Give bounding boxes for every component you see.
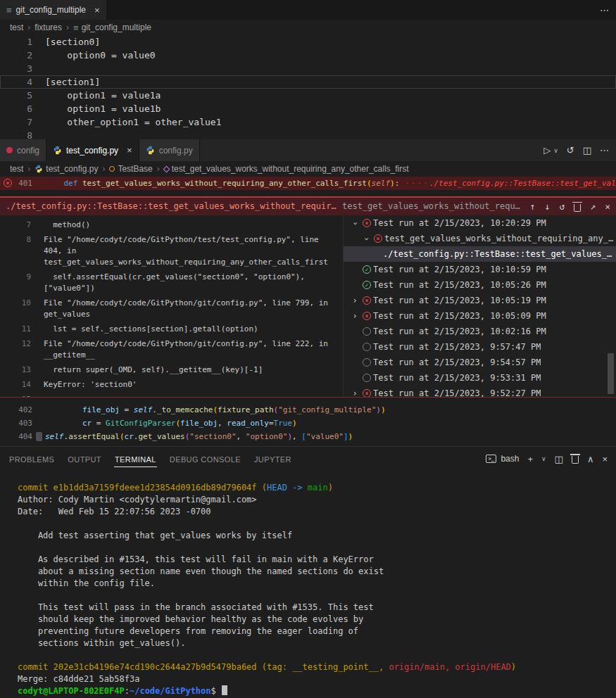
more-actions-icon[interactable]: ⋯ — [600, 145, 609, 156]
tab-terminal[interactable]: TERMINAL — [114, 451, 157, 467]
code-line[interactable]: 8 — [0, 129, 616, 139]
close-panel-icon[interactable]: × — [602, 454, 608, 464]
line-number: 13 — [0, 364, 31, 376]
rerun-test-icon[interactable]: ↺ — [560, 200, 565, 213]
test-run-row[interactable]: ✓Test run at 2/15/2023, 10:05:26 PM — [344, 277, 616, 293]
more-actions-icon[interactable]: ⋯ — [600, 5, 609, 15]
test-run-row[interactable]: Test run at 2/15/2023, 9:57:47 PM — [344, 339, 616, 355]
test-run-row[interactable]: ✓Test run at 2/15/2023, 10:10:59 PM — [344, 262, 616, 277]
line-number: 404 — [0, 430, 32, 443]
traceback-line[interactable]: 8File "/home/codyt/code/GitPython/test/t… — [0, 234, 343, 268]
code-line[interactable]: 402 file_obj = self._to_memcache(fixture… — [0, 403, 616, 417]
test-run-row[interactable]: ›×Test run at 2/15/2023, 10:05:09 PM — [344, 308, 616, 324]
open-in-editor-icon[interactable]: ↗ — [590, 200, 596, 213]
split-editor-icon[interactable]: ◫ — [583, 145, 591, 156]
traceback-line[interactable]: 15 — [0, 394, 343, 397]
tab-output[interactable]: OUTPUT — [67, 451, 102, 467]
code-line[interactable]: 403 cr = GitConfigParser(file_obj, read_… — [0, 417, 616, 430]
traceback-line[interactable]: 9 self.assertEqual(cr.get_values("sectio… — [0, 272, 343, 294]
tab-config[interactable]: config — [0, 139, 46, 161]
run-python-file-icon[interactable]: ▷ — [543, 145, 551, 156]
line-number: 5 — [0, 89, 32, 102]
tab-config-py[interactable]: config.py — [139, 139, 200, 161]
new-terminal-icon[interactable]: + — [527, 454, 533, 464]
breadcrumb-item[interactable]: test_config.py — [34, 164, 98, 174]
terminal-line: Add test asserting that get_values works… — [18, 530, 609, 542]
editor-lines: 402 file_obj = self._to_memcache(fixture… — [0, 403, 616, 443]
chevron-down-icon[interactable]: › — [348, 217, 362, 229]
terminal-line: Merge: c84dde21 5ab58f3a — [18, 673, 609, 685]
next-result-icon[interactable]: ↓ — [545, 200, 551, 213]
traceback-pane[interactable]: 7 method()8File "/home/codyt/code/GitPyt… — [0, 215, 343, 397]
line-number: 1 — [0, 35, 32, 49]
run-dropdown-icon[interactable]: ∨ — [553, 147, 558, 154]
close-icon[interactable]: × — [94, 5, 100, 15]
tab-jupyter[interactable]: JUPYTER — [253, 451, 292, 467]
test-run-label: test_get_values_works_without_requiring_… — [384, 232, 616, 246]
test-unset-icon — [360, 343, 373, 351]
code-line[interactable]: 2 option0 = value0 — [0, 49, 616, 62]
breadcrumb-item[interactable]: ≡ git_config_multiple — [73, 23, 151, 32]
code-line[interactable]: 1[section0] — [0, 35, 616, 49]
breadcrumb-bottom: test › test_config.py › TestBase › test_… — [0, 161, 616, 177]
kill-terminal-icon[interactable] — [572, 456, 579, 464]
traceback-line[interactable]: 10File "/home/codyt/code/GitPython/git/c… — [0, 298, 343, 320]
code-line[interactable]: 4[section1] — [0, 75, 616, 89]
code-text: def test_get_values_works_without_requir… — [32, 177, 399, 190]
traceback-line[interactable]: 11 lst = self._sections[section].getall(… — [0, 324, 343, 335]
test-pass-icon: ✓ — [360, 281, 373, 289]
test-fail-circle: × — [363, 296, 371, 305]
tab-git-config-multiple[interactable]: ≡ git_config_multiple × — [0, 0, 107, 20]
close-peek-icon[interactable]: × — [605, 200, 610, 213]
chevron-right-icon[interactable]: › — [349, 310, 360, 323]
test-run-row[interactable]: Test run at 2/15/2023, 10:02:16 PM — [344, 324, 616, 339]
history-icon[interactable]: ↺ — [567, 145, 574, 156]
terminal-cursor — [222, 685, 227, 695]
chevron-right-icon[interactable]: › — [349, 294, 360, 307]
test-run-row[interactable]: ›×Test run at 2/15/2023, 10:20:29 PM — [344, 215, 616, 231]
close-icon[interactable]: × — [127, 145, 132, 156]
previous-result-icon[interactable]: ↑ — [530, 200, 536, 213]
tab-debug-console[interactable]: DEBUG CONSOLE — [169, 451, 241, 467]
gutter-marker[interactable] — [32, 430, 45, 443]
maximize-panel-icon[interactable]: ∧ — [587, 454, 594, 464]
code-line[interactable]: 3 — [0, 62, 616, 75]
breadcrumb-item[interactable]: test — [10, 23, 23, 32]
test-run-row[interactable]: ›×Test run at 2/15/2023, 10:05:19 PM — [344, 293, 616, 308]
line-number: 7 — [0, 220, 31, 231]
chevron-down-icon[interactable]: › — [360, 233, 373, 244]
code-text: option0 = value0 — [32, 49, 156, 62]
terminal-dropdown-icon[interactable]: ∨ — [541, 455, 546, 462]
code-line[interactable]: 7 other_option1 = other_value1 — [0, 115, 616, 129]
line-number: 9 — [0, 272, 31, 294]
split-terminal-icon[interactable]: ◫ — [555, 454, 563, 464]
code-line[interactable]: 6 option1 = value1b — [0, 102, 616, 115]
test-run-row[interactable]: ./test_config.py::TestBase::test_get_val… — [344, 246, 616, 262]
tab-test-config-py[interactable]: test_config.py × — [46, 139, 139, 161]
traceback-line[interactable]: 14KeyError: 'section0' — [0, 379, 343, 391]
terminal-shell-item[interactable]: >_ bash — [486, 454, 519, 464]
breadcrumb-item[interactable]: fixtures — [34, 23, 62, 32]
clear-results-icon[interactable] — [574, 204, 581, 212]
terminal-output[interactable]: commit e1b1dd3a7159fdeee1d23854d0916db89… — [0, 471, 616, 698]
test-unset-circle — [363, 343, 371, 351]
test-run-row[interactable]: Test run at 2/15/2023, 9:53:31 PM — [344, 370, 616, 386]
test-run-row[interactable]: ›×Test run at 2/15/2023, 9:52:27 PM — [344, 386, 616, 397]
traceback-line[interactable]: 7 method() — [0, 220, 343, 231]
scrollbar-thumb[interactable] — [608, 353, 614, 394]
breadcrumb-item[interactable]: test_get_values_works_without_requiring_… — [164, 164, 409, 174]
breadcrumb-item[interactable]: test — [10, 164, 23, 174]
tab-problems[interactable]: PROBLEMS — [8, 451, 55, 467]
test-failure-gutter-icon[interactable]: × — [4, 179, 12, 187]
code-line[interactable]: 404self.assertEqual(cr.get_values("secti… — [0, 430, 616, 443]
chevron-right-icon[interactable]: › — [349, 387, 360, 398]
editor-test-config[interactable]: × 401 def test_get_values_works_without_… — [0, 177, 616, 446]
test-run-row[interactable]: Test run at 2/15/2023, 9:54:57 PM — [344, 355, 616, 370]
code-line[interactable]: 5 option1 = value1a — [0, 89, 616, 102]
editor-git-config[interactable]: 1[section0]2 option0 = value034[section1… — [0, 35, 616, 139]
breadcrumb-item[interactable]: TestBase — [109, 164, 152, 174]
traceback-line[interactable]: 13 return super(_OMD, self).__getitem__(… — [0, 364, 343, 376]
test-run-row[interactable]: ›×test_get_values_works_without_requirin… — [344, 231, 616, 246]
failed-test-line[interactable]: × 401 def test_get_values_works_without_… — [0, 177, 616, 190]
traceback-line[interactable]: 12File "/home/codyt/code/GitPython/git/c… — [0, 338, 343, 361]
